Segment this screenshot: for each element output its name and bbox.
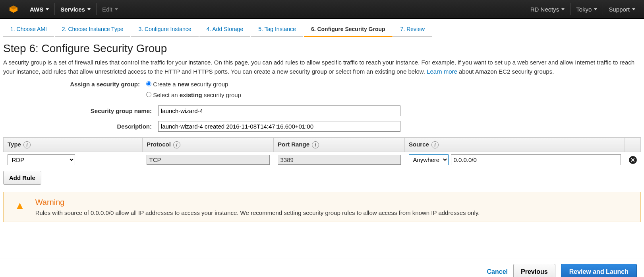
tab-choose-ami[interactable]: 1. Choose AMI	[3, 22, 54, 37]
rule-type-select[interactable]: RDP	[8, 154, 75, 165]
tab-add-storage[interactable]: 4. Add Storage	[199, 22, 251, 37]
radio-new-post: security group	[189, 81, 228, 88]
edit-menu-label: Edit	[102, 6, 112, 13]
aws-menu-label: AWS	[30, 6, 43, 13]
aws-menu[interactable]: AWS	[24, 6, 54, 13]
tab-configure-instance[interactable]: 3. Configure Instance	[131, 22, 198, 37]
learn-more-link[interactable]: Learn more	[427, 68, 457, 75]
previous-button[interactable]: Previous	[513, 264, 555, 277]
tab-choose-instance-type[interactable]: 2. Choose Instance Type	[55, 22, 131, 37]
col-port: Port Rangei	[274, 138, 405, 152]
col-type-label: Type	[8, 141, 21, 148]
rule-port-input	[278, 155, 401, 165]
rule-protocol-input	[147, 155, 270, 165]
caret-down-icon	[561, 8, 565, 10]
edit-menu[interactable]: Edit	[97, 6, 124, 13]
intro-text-b: about Amazon EC2 security groups.	[457, 68, 554, 75]
info-icon[interactable]: i	[431, 141, 439, 148]
tab-review[interactable]: 7. Review	[393, 22, 432, 37]
review-and-launch-label: Review and Launch	[569, 268, 629, 275]
page-title: Step 6: Configure Security Group	[3, 42, 641, 55]
sg-name-label: Security group name:	[3, 107, 158, 114]
remove-rule-icon[interactable]: ✕	[629, 156, 637, 164]
add-rule-button[interactable]: Add Rule	[3, 171, 41, 185]
assign-sg-label: Assign a security group:	[3, 81, 146, 88]
cursor-pointer-icon: ▲	[608, 275, 614, 277]
review-and-launch-button[interactable]: Review and Launch ▲	[561, 264, 637, 277]
account-menu[interactable]: RD Neotys	[525, 6, 571, 13]
col-remove	[625, 138, 641, 152]
tab-configure-security-group[interactable]: 6. Configure Security Group	[304, 22, 393, 37]
caret-down-icon	[87, 8, 91, 10]
support-label: Support	[609, 6, 630, 13]
col-protocol-label: Protocol	[147, 141, 171, 148]
services-menu-label: Services	[60, 6, 85, 13]
account-label: RD Neotys	[530, 6, 559, 13]
region-menu[interactable]: Tokyo	[571, 6, 603, 13]
wizard-tabs: 1. Choose AMI 2. Choose Instance Type 3.…	[0, 19, 644, 37]
radio-select-existing-input[interactable]	[146, 92, 151, 97]
cancel-button[interactable]: Cancel	[487, 268, 508, 275]
region-label: Tokyo	[576, 6, 592, 13]
aws-logo-icon[interactable]	[8, 4, 19, 15]
radio-new-bold: new	[178, 81, 189, 88]
radio-new-pre: Create a	[153, 81, 178, 88]
radio-create-new-input[interactable]	[146, 81, 151, 86]
radio-existing-post: security group	[202, 92, 241, 98]
info-icon[interactable]: i	[312, 141, 319, 148]
rule-source-mode-select[interactable]: Anywhere	[409, 154, 449, 165]
info-icon[interactable]: i	[23, 141, 31, 148]
support-menu[interactable]: Support	[603, 6, 641, 13]
sg-desc-label: Description:	[3, 123, 158, 130]
sg-name-input[interactable]	[158, 105, 400, 116]
radio-existing-pre: Select an	[153, 92, 180, 98]
services-menu[interactable]: Services	[55, 6, 96, 13]
caret-down-icon	[46, 8, 49, 10]
sg-desc-input[interactable]	[158, 121, 400, 132]
rule-row: RDP Anywhere ✕	[4, 152, 641, 168]
col-protocol: Protocoli	[143, 138, 274, 152]
col-port-label: Port Range	[278, 141, 309, 148]
col-type: Typei	[4, 138, 143, 152]
page-intro: A security group is a set of firewall ru…	[3, 58, 641, 76]
radio-create-new[interactable]: Create a new security group	[146, 81, 228, 88]
info-icon[interactable]: i	[173, 141, 180, 148]
main-content: Step 6: Configure Security Group A secur…	[0, 37, 644, 259]
warning-text: Rules with source of 0.0.0.0/0 allow all…	[35, 209, 480, 216]
warning-title: Warning	[35, 198, 480, 207]
rules-table: Typei Protocoli Port Rangei Sourcei RDP …	[3, 137, 641, 168]
tab-tag-instance[interactable]: 5. Tag Instance	[251, 22, 303, 37]
topbar: AWS Services Edit RD Neotys Tokyo Suppor…	[0, 0, 644, 19]
footer: Cancel Previous Review and Launch ▲	[0, 259, 644, 277]
warning-triangle-icon: ▲	[15, 199, 25, 212]
warning-box: ▲ Warning Rules with source of 0.0.0.0/0…	[3, 192, 641, 222]
caret-down-icon	[115, 8, 118, 10]
col-source-label: Source	[409, 141, 429, 148]
caret-down-icon	[594, 8, 597, 10]
radio-existing-bold: existing	[180, 92, 202, 98]
rule-source-cidr-input[interactable]	[451, 154, 621, 165]
caret-down-icon	[632, 8, 635, 10]
col-source: Sourcei	[405, 138, 625, 152]
radio-select-existing[interactable]: Select an existing security group	[146, 92, 241, 98]
